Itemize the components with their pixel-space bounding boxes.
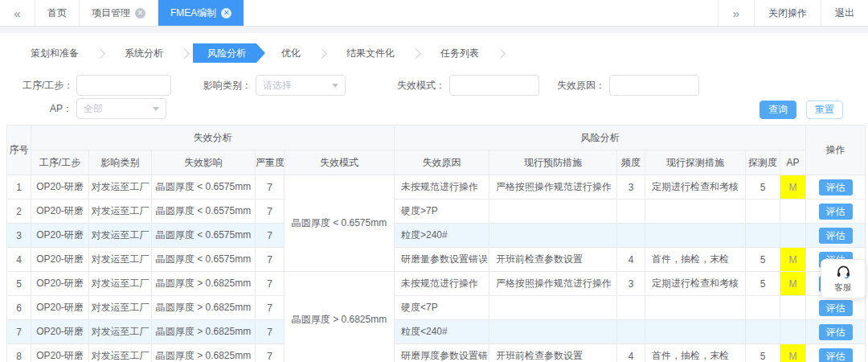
step-risk-analysis[interactable]: 风险分析: [193, 43, 265, 63]
expand-tabs-icon[interactable]: »: [718, 0, 754, 26]
collapse-tabs-icon[interactable]: «: [0, 0, 35, 26]
step-task-list[interactable]: 任务列表: [424, 43, 495, 63]
query-button[interactable]: 查询: [760, 101, 796, 119]
cell-effect: 晶圆厚度 > 0.6825mm: [152, 344, 256, 362]
col-ap: AP: [780, 150, 806, 175]
cell-operation: 评估: [806, 320, 866, 344]
cell-occurrence: [617, 320, 645, 344]
evaluate-button[interactable]: 评估: [819, 228, 853, 244]
col-failure-mode: 失效模式: [285, 150, 395, 175]
tab-fmea-editing[interactable]: FMEA编制 ✕: [158, 0, 244, 26]
impact-category-filter-label: 影响类别：: [202, 79, 252, 93]
cell-cause: 未按规范进行操作: [395, 175, 489, 200]
tab-project-management[interactable]: 项目管理 ✕: [80, 0, 158, 26]
tab-home[interactable]: 首页: [35, 0, 80, 26]
cell-cause: 硬度>7P: [395, 200, 489, 224]
cell-category: 对发运至工厂: [89, 320, 152, 344]
cell-operation: 评估: [806, 175, 866, 200]
failure-mode-input[interactable]: [449, 75, 539, 96]
chevron-right-icon: [495, 48, 506, 59]
reset-button[interactable]: 重置: [806, 101, 843, 119]
cell-detection-action: [645, 320, 746, 344]
cell-ap: M: [780, 175, 806, 200]
tab-fmea-editing-label: FMEA编制: [170, 6, 216, 20]
cell-detection-action: 首件，抽检，末检: [645, 344, 746, 362]
col-category: 影响类别: [89, 150, 152, 175]
table-row: 1 OP20-研磨 对发运至工厂 晶圆厚度 < 0.6575mm 7 晶圆厚度 …: [7, 175, 866, 200]
cell-cause: 研磨厚度参数设置错误: [395, 344, 489, 362]
cell-cause: 研磨量参数设置错误: [395, 248, 489, 272]
close-operation-button[interactable]: 关闭操作: [754, 0, 821, 26]
cell-detection-action: 首件，抽检，末检: [645, 248, 746, 272]
impact-category-select[interactable]: 请选择: [256, 75, 346, 96]
evaluate-button[interactable]: 评估: [819, 324, 853, 340]
chevron-right-icon: [411, 48, 421, 59]
cell-prevention: 开班前检查参数设置: [489, 248, 617, 272]
filter-form: 工序/工步： 影响类别： 请选择 失效模式： 失效原因： AP： 全部 查询 重…: [0, 63, 868, 119]
cell-occurrence: 4: [617, 248, 645, 272]
cell-process: OP20-研磨: [31, 175, 89, 200]
cell-index: 6: [7, 296, 31, 320]
ap-select[interactable]: 全部: [76, 98, 166, 119]
group-failure-analysis: 失效分析: [31, 125, 395, 150]
cell-operation: 评估: [806, 296, 866, 320]
close-tab-icon[interactable]: ✕: [221, 8, 231, 19]
step-planning-preparation[interactable]: 策划和准备: [14, 43, 95, 63]
cell-occurrence: 3: [617, 175, 645, 200]
cell-index: 3: [7, 224, 31, 248]
failure-cause-input[interactable]: [609, 75, 699, 96]
cell-prevention: [489, 200, 617, 224]
cell-cause: 未按规范进行操作: [395, 272, 489, 296]
process-step-filter-label: 工序/工步：: [23, 79, 72, 93]
cell-ap: M: [780, 272, 806, 296]
fmea-table: 序号 失效分析 风险分析 操作 工序/工步 影响类别 失效影响 严重度 失效模式…: [6, 125, 866, 362]
cell-prevention: [489, 296, 617, 320]
table-row: 2 OP20-研磨 对发运至工厂 晶圆厚度 < 0.6575mm 7 硬度>7P…: [7, 200, 866, 224]
cell-process: OP20-研磨: [31, 224, 89, 248]
cell-severity: 7: [256, 224, 285, 248]
cell-process: OP20-研磨: [31, 200, 89, 224]
cell-operation: 评估: [806, 344, 866, 362]
evaluate-button[interactable]: 评估: [819, 348, 853, 362]
cell-cause: 粒度>240#: [395, 224, 489, 248]
cell-index: 7: [7, 320, 31, 344]
step-result-documentation[interactable]: 结果文件化: [330, 43, 411, 63]
cell-prevention: 严格按照操作规范进行操作: [489, 272, 617, 296]
cell-process: OP20-研磨: [31, 344, 89, 362]
cell-detection-action: [645, 296, 746, 320]
cell-cause: 粒度<240#: [395, 320, 489, 344]
tabbar-spacer: [244, 0, 717, 26]
cell-operation: 评估: [806, 224, 866, 248]
cell-ap: [780, 224, 806, 248]
step-optimization[interactable]: 优化: [265, 43, 317, 63]
cell-category: 对发运至工厂: [89, 200, 152, 224]
cell-index: 1: [7, 175, 31, 200]
cell-severity: 7: [256, 248, 285, 272]
cell-detection: 5: [746, 344, 780, 362]
exit-button[interactable]: 退出: [821, 0, 868, 26]
cell-detection: [746, 200, 780, 224]
cell-process: OP20-研磨: [31, 248, 89, 272]
evaluate-button[interactable]: 评估: [819, 204, 853, 220]
customer-service-widget[interactable]: 客服: [821, 259, 866, 298]
failure-cause-filter-label: 失效原因：: [555, 79, 605, 93]
col-prevention: 现行预防措施: [489, 150, 617, 175]
evaluate-button[interactable]: 评估: [819, 179, 853, 195]
cell-ap: M: [780, 248, 806, 272]
step-system-analysis[interactable]: 系统分析: [108, 43, 179, 63]
cell-index: 8: [7, 344, 31, 362]
evaluate-button[interactable]: 评估: [819, 300, 853, 316]
ap-select-value: 全部: [84, 102, 103, 116]
cell-occurrence: 4: [617, 344, 645, 362]
tab-project-management-label: 项目管理: [92, 6, 130, 20]
tab-home-label: 首页: [47, 6, 67, 20]
cell-operation: 评估: [806, 200, 866, 224]
cell-category: 对发运至工厂: [89, 248, 152, 272]
process-step-input[interactable]: [76, 75, 171, 96]
close-tab-icon[interactable]: ✕: [135, 8, 145, 19]
cell-detection: 5: [746, 175, 780, 200]
cell-category: 对发运至工厂: [89, 224, 152, 248]
cell-process: OP20-研磨: [31, 320, 89, 344]
cell-detection: 5: [746, 248, 780, 272]
cell-prevention: 开班前检查参数设置: [489, 344, 617, 362]
